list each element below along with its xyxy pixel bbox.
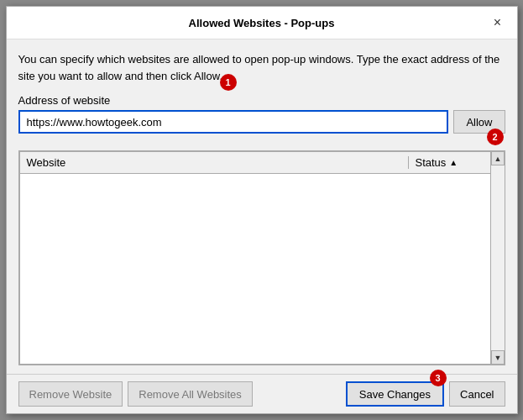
scrollbar[interactable]: ▲ ▼	[491, 151, 505, 365]
scroll-up-button[interactable]: ▲	[491, 151, 505, 165]
col-status-header: Status ▲	[408, 156, 484, 169]
remove-all-websites-button[interactable]: Remove All Websites	[128, 381, 253, 407]
step2-badge: 2	[487, 129, 504, 145]
address-input[interactable]	[18, 110, 449, 134]
col-website-header: Website	[27, 156, 408, 169]
bottom-right-buttons: 3 Save Changes Cancel	[346, 381, 505, 407]
dialog: Allowed Websites - Pop-ups × You can spe…	[6, 6, 518, 414]
content-area: You can specify which websites are allow…	[7, 39, 517, 374]
step1-badge-area: Address of website 1	[18, 94, 505, 107]
step3-badge: 3	[430, 370, 447, 386]
table-body	[20, 174, 490, 364]
main-area: You can specify which websites are allow…	[7, 39, 517, 374]
remove-website-button[interactable]: Remove Website	[18, 381, 123, 407]
title-bar: Allowed Websites - Pop-ups ×	[7, 7, 517, 39]
dialog-title: Allowed Websites - Pop-ups	[35, 17, 489, 29]
save-changes-button[interactable]: Save Changes	[346, 381, 444, 407]
cancel-button[interactable]: Cancel	[449, 381, 505, 407]
scroll-down-button[interactable]: ▼	[491, 350, 505, 365]
close-button[interactable]: ×	[489, 13, 507, 32]
address-label: Address of website	[18, 94, 111, 107]
sort-arrow-icon: ▲	[449, 158, 458, 167]
input-row: 2 Allow	[18, 110, 505, 134]
step1-badge: 1	[220, 74, 237, 91]
scrollbar-track[interactable]	[491, 165, 505, 350]
bottom-left-buttons: Remove Website Remove All Websites	[18, 381, 253, 407]
table-header: Website Status ▲	[20, 152, 490, 174]
description-text: You can specify which websites are allow…	[18, 51, 505, 84]
table: Website Status ▲	[19, 151, 491, 365]
bottom-bar: Remove Website Remove All Websites 3 Sav…	[7, 374, 517, 413]
table-wrapper: Website Status ▲ ▲ ▼	[18, 150, 505, 365]
